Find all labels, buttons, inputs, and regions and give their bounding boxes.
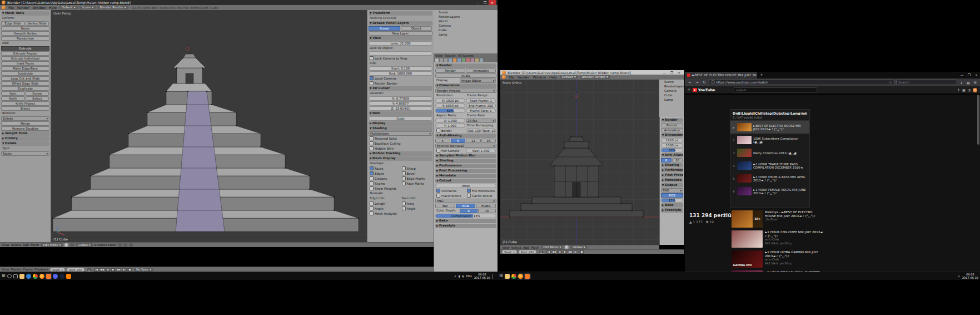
- property-control[interactable]: End Frame: 250: [466, 104, 496, 108]
- menu-item[interactable]: Help: [548, 75, 558, 79]
- playback-button[interactable]: ▶|: [122, 268, 127, 272]
- property-control[interactable]: Overwrite: [435, 189, 465, 193]
- library-icon[interactable]: ▤: [966, 81, 971, 85]
- property-control[interactable]: Y: 1080 px: [435, 104, 465, 108]
- outliner-row[interactable]: World: [434, 19, 498, 23]
- playlist-close-icon[interactable]: ×: [805, 111, 808, 115]
- steam-icon[interactable]: [59, 274, 64, 279]
- apps-icon[interactable]: ▦: [962, 88, 966, 92]
- viewport-menu-item[interactable]: View: [502, 246, 510, 249]
- file-explorer-icon[interactable]: [19, 274, 24, 279]
- viewport-3d[interactable]: User Persp (1) Cube: [51, 10, 367, 242]
- playlist-title[interactable]: DnB|Liquid|Chillstep|Dubstep|Long mixes: [733, 111, 807, 115]
- sync-mode-selector[interactable]: No Sync▾: [134, 268, 153, 272]
- transform-orientation-selector[interactable]: Global▾: [570, 245, 587, 249]
- property-control[interactable]: X: 1.000: [435, 119, 465, 123]
- outliner-row[interactable]: RenderLayers: [659, 84, 684, 88]
- forward-button[interactable]: →: [694, 80, 700, 85]
- chrome-icon[interactable]: [33, 274, 38, 279]
- video-title[interactable]: ►BEST OF ELECTRO HOUSE MIX JULY 2013◄ ♪ …: [753, 124, 808, 131]
- property-control[interactable]: Freestyle: [661, 208, 683, 213]
- property-control[interactable]: RGBA: [476, 204, 496, 208]
- npanel-control[interactable]: Z: 19.01431: [369, 106, 432, 111]
- video-thumbnail[interactable]: [737, 149, 752, 157]
- tool-button[interactable]: Knife: [1, 96, 25, 101]
- tool-button[interactable]: Randomize: [1, 36, 49, 41]
- property-control[interactable]: 50%: [435, 109, 465, 113]
- property-control[interactable]: /tmp\: [435, 184, 496, 188]
- menu-item[interactable]: Render: [16, 6, 30, 9]
- network-icon[interactable]: ▮: [459, 274, 460, 278]
- viewport-shading-icon[interactable]: [64, 243, 68, 247]
- outliner-row[interactable]: Lamp: [434, 32, 498, 37]
- property-control[interactable]: Render Presets: [435, 88, 496, 93]
- screen-layout-selector[interactable]: Default▾: [560, 75, 578, 79]
- viewport-3d-front[interactable]: Front Ortho (1) Cube: [500, 80, 659, 245]
- video-title[interactable]: ►1 HOUR DRUM & BASS MIX APRIL 2013◄ ♪ (°…: [753, 175, 808, 182]
- npanel-control[interactable]: Item: [369, 111, 432, 116]
- npanel-control[interactable]: New Layer: [369, 31, 432, 36]
- texture-tab[interactable]: [471, 58, 474, 62]
- tool-button[interactable]: Vertex Slide: [26, 21, 49, 26]
- frame-start-field[interactable]: Start: 1: [502, 250, 517, 254]
- property-control[interactable]: Freestyle: [435, 224, 496, 228]
- volume-icon[interactable]: ◖: [462, 274, 464, 278]
- npanel-control[interactable]: Face Marks: [401, 181, 432, 186]
- tool-button[interactable]: Extrude Region: [1, 51, 49, 56]
- outliner-item-label[interactable]: RenderLayers: [664, 85, 684, 88]
- outliner-item-label[interactable]: Scene: [664, 80, 674, 83]
- tool-button[interactable]: Edge Slide: [1, 21, 25, 26]
- npanel-control[interactable]: Creases: [369, 176, 400, 181]
- playback-button[interactable]: |◀: [94, 268, 99, 272]
- tool-button[interactable]: Smooth Vertex: [1, 31, 49, 36]
- timeline-menu-item[interactable]: Marker: [11, 268, 21, 271]
- video-title[interactable]: Merry Christmas 2016 (◕‿◕): [753, 151, 797, 155]
- npanel-control[interactable]: Grease Pencil Layers: [369, 21, 432, 26]
- viewport-menu-item[interactable]: Add: [23, 243, 29, 247]
- tool-button[interactable]: Select: [26, 96, 49, 101]
- npanel-control[interactable]: Bevel: [401, 171, 432, 176]
- tool-button[interactable]: Weight Tools: [1, 131, 49, 136]
- video-title[interactable]: ►1 HOUR FEMALE VOCAL MIX JUNE 2013◄ ♪ (°…: [753, 188, 808, 195]
- property-control[interactable]: Render: [661, 118, 683, 122]
- outliner-item-label[interactable]: Camera: [664, 89, 676, 92]
- outliner-item-label[interactable]: Lamp: [439, 33, 447, 36]
- menu-icon[interactable]: ☰: [973, 81, 978, 85]
- downloads-icon[interactable]: ↓: [959, 81, 964, 85]
- property-control[interactable]: File Extensions: [466, 189, 496, 193]
- youtube-logo[interactable]: ▶YouTube: [693, 88, 715, 92]
- data-tab[interactable]: [462, 58, 465, 62]
- back-button[interactable]: ←: [687, 80, 693, 85]
- current-frame-field[interactable]: 1: [86, 268, 92, 272]
- menu-item[interactable]: File: [508, 75, 515, 79]
- account-avatar[interactable]: D: [973, 88, 977, 92]
- property-control[interactable]: Render: [661, 123, 683, 127]
- search-input[interactable]: [898, 81, 955, 84]
- npanel-control[interactable]: View: [369, 36, 432, 41]
- playlist-settings-icon[interactable]: ⚙: [800, 111, 803, 115]
- npanel-control[interactable]: [369, 51, 432, 56]
- tray-expand-icon[interactable]: ∧: [958, 274, 960, 278]
- object-tab[interactable]: [453, 58, 456, 62]
- property-control[interactable]: Mitchell-Netravali: [435, 144, 496, 148]
- tool-button[interactable]: Merge: [1, 121, 49, 126]
- outliner-item-label[interactable]: Scene: [439, 11, 448, 14]
- video-title[interactable]: ►1 HOUR TRAP/FUTURE BASS COMPILATION DEC…: [753, 163, 808, 169]
- tool-button[interactable]: Duplicate: [1, 86, 49, 91]
- viewport-shading-icon[interactable]: [565, 245, 569, 249]
- browser-tab[interactable]: ►BEST OF ELECTRO HOUSE MIX JULY 2013◄ ♪ …: [685, 72, 757, 78]
- close-button[interactable]: ×: [675, 70, 683, 75]
- playback-button[interactable]: ▶▶: [116, 268, 121, 272]
- property-control[interactable]: RGB: [661, 193, 683, 198]
- start-button[interactable]: ⊞: [499, 274, 503, 278]
- property-control[interactable]: Size: 1.000: [466, 149, 496, 153]
- mode-selector[interactable]: Edit Mode▾: [541, 245, 563, 249]
- npanel-control[interactable]: Mesh Analysis: [369, 211, 432, 216]
- outliner-row[interactable]: Cube: [434, 28, 498, 32]
- video-thumbnail[interactable]: [737, 123, 752, 131]
- menu-item[interactable]: Window: [531, 75, 547, 79]
- minimize-button[interactable]: —: [958, 72, 966, 78]
- property-control[interactable]: 1080 px: [661, 143, 683, 147]
- playback-button[interactable]: ●: [127, 268, 132, 272]
- playlist-item[interactable]: ▶ ►BEST OF ELECTRO HOUSE MIX JULY 2013◄ …: [730, 121, 809, 134]
